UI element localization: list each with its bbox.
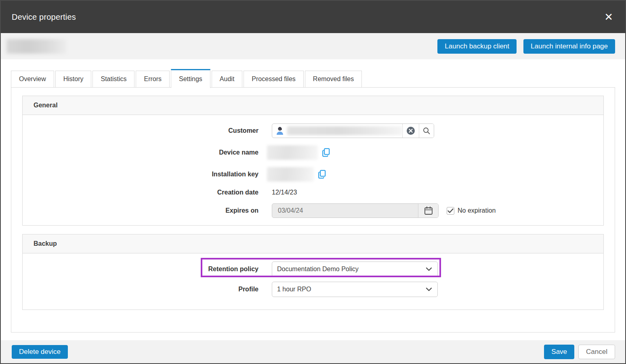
profile-value: 1 hour RPO xyxy=(277,286,311,293)
expires-on-value: 03/04/24 xyxy=(272,204,418,218)
installation-key-label: Installation key xyxy=(23,171,258,178)
dialog-footer: Delete device Save Cancel xyxy=(1,340,625,363)
general-section-title: General xyxy=(23,96,603,115)
device-name-row: Device name xyxy=(23,145,603,160)
checkmark-icon xyxy=(447,208,454,213)
chevron-down-icon xyxy=(426,287,432,291)
customer-row: Customer xyxy=(23,123,603,138)
dialog-title: Device properties xyxy=(12,13,76,22)
tab-processed-files[interactable]: Processed files xyxy=(244,71,304,88)
copy-device-name-button[interactable] xyxy=(322,148,330,157)
delete-device-button[interactable]: Delete device xyxy=(12,345,68,359)
footer-actions: Save Cancel xyxy=(544,345,615,359)
clear-icon xyxy=(406,126,416,136)
save-button[interactable]: Save xyxy=(544,345,574,359)
tab-errors[interactable]: Errors xyxy=(136,71,170,88)
retention-policy-row: Retention policy Documentation Demo Poli… xyxy=(23,261,603,277)
launch-internal-info-button[interactable]: Launch internal info page xyxy=(523,39,615,54)
no-expiration-checkbox[interactable]: No expiration xyxy=(447,207,496,215)
expires-on-label: Expires on xyxy=(23,207,258,214)
profile-label: Profile xyxy=(23,286,258,293)
tab-audit[interactable]: Audit xyxy=(212,71,242,88)
installation-key-row: Installation key xyxy=(23,167,603,182)
search-customer-button[interactable] xyxy=(419,124,434,138)
device-header-bar: Launch backup client Launch internal inf… xyxy=(1,33,625,59)
backup-section: Backup Retention policy Documentation De… xyxy=(22,234,604,310)
retention-policy-select[interactable]: Documentation Demo Policy xyxy=(272,261,438,277)
search-icon xyxy=(422,127,431,135)
copy-icon xyxy=(322,148,330,157)
creation-date-value: 12/14/23 xyxy=(272,189,297,196)
customer-avatar-icon xyxy=(276,126,284,135)
tab-removed-files[interactable]: Removed files xyxy=(305,71,362,88)
dialog-content: Overview History Statistics Errors Setti… xyxy=(1,59,625,340)
backup-section-body: Retention policy Documentation Demo Poli… xyxy=(23,253,603,310)
general-section-body: Customer xyxy=(23,115,603,225)
calendar-picker-button[interactable] xyxy=(418,204,438,218)
clear-customer-button[interactable] xyxy=(402,124,419,138)
close-icon[interactable]: ✕ xyxy=(603,11,615,23)
retention-policy-label: Retention policy xyxy=(23,266,258,273)
general-section: General Customer xyxy=(22,96,604,226)
launch-backup-client-button[interactable]: Launch backup client xyxy=(437,39,517,54)
redacted-device-title xyxy=(6,39,66,54)
creation-date-row: Creation date 12/14/23 xyxy=(23,189,603,196)
copy-icon xyxy=(318,170,326,179)
calendar-icon xyxy=(424,206,433,215)
dialog-titlebar: Device properties ✕ xyxy=(1,1,625,33)
customer-input-main[interactable] xyxy=(272,124,402,138)
expires-on-row: Expires on 03/04/24 xyxy=(23,203,603,218)
redacted-customer-name xyxy=(287,126,402,135)
tab-history[interactable]: History xyxy=(55,71,92,88)
header-actions: Launch backup client Launch internal inf… xyxy=(437,39,615,54)
profile-row: Profile 1 hour RPO xyxy=(23,282,603,297)
copy-installation-key-button[interactable] xyxy=(318,170,326,179)
tab-statistics[interactable]: Statistics xyxy=(92,71,134,88)
device-name-label: Device name xyxy=(23,149,258,156)
profile-select[interactable]: 1 hour RPO xyxy=(272,282,438,297)
redacted-device-name xyxy=(267,145,318,160)
chevron-down-icon xyxy=(426,267,432,271)
no-expiration-label: No expiration xyxy=(458,207,496,214)
customer-label: Customer xyxy=(23,127,258,134)
tab-settings[interactable]: Settings xyxy=(171,69,210,88)
tab-overview[interactable]: Overview xyxy=(11,71,54,88)
customer-input[interactable] xyxy=(272,123,434,138)
redacted-installation-key xyxy=(267,167,314,182)
backup-section-title: Backup xyxy=(23,234,603,253)
settings-tab-panel: General Customer xyxy=(11,87,615,333)
checkbox-box[interactable] xyxy=(447,207,454,215)
cancel-button[interactable]: Cancel xyxy=(578,345,615,359)
creation-date-label: Creation date xyxy=(23,189,258,196)
expires-on-input[interactable]: 03/04/24 xyxy=(272,203,439,218)
retention-policy-value: Documentation Demo Policy xyxy=(277,266,359,273)
tab-strip: Overview History Statistics Errors Setti… xyxy=(11,69,615,88)
device-properties-dialog: Device properties ✕ Launch backup client… xyxy=(0,0,626,364)
